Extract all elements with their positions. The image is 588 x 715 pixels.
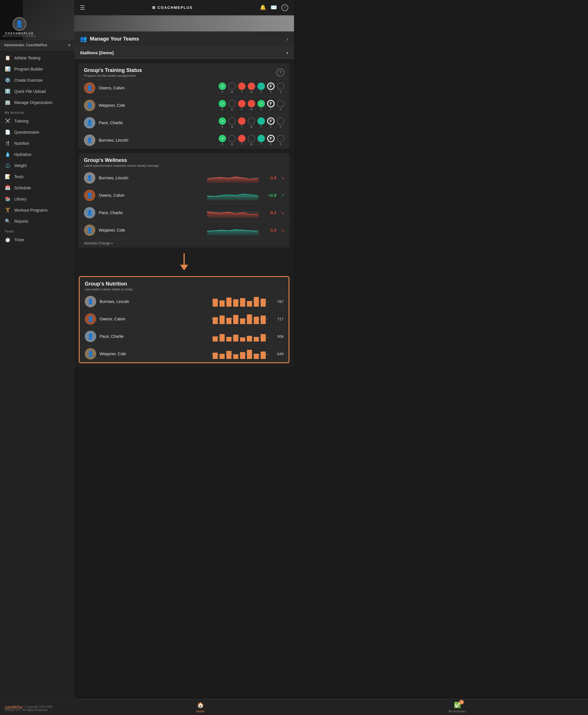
sidebar-item-athlete-testing[interactable]: 📋 Athlete Testing bbox=[0, 52, 74, 63]
sidebar-item-tests[interactable]: 📝 Tests bbox=[0, 171, 74, 182]
avatar-owens: 👤 bbox=[84, 82, 95, 94]
wellness-filter-arrow[interactable]: ▾ bbox=[111, 242, 113, 245]
sidebar-logo: 👤 COACHMEPLUS APPLIED SPORTS SCIENCE bbox=[3, 17, 36, 37]
athlete-name-burrows: Burrows, Lincoln bbox=[99, 138, 215, 142]
nutrition-card: Group's Nutrition Last week's caloric in… bbox=[79, 276, 290, 363]
day-t2-pace bbox=[257, 117, 265, 125]
wellness-name-burrows: Burrows, Lincoln bbox=[99, 176, 204, 180]
day-indicators-owens: ✓S M T W T FF S bbox=[219, 83, 284, 94]
nutrition-chart-burrows bbox=[211, 297, 269, 307]
sidebar-label-nutrition: Nutrition bbox=[14, 141, 29, 146]
day-m-weppner bbox=[228, 100, 236, 107]
svg-rect-22 bbox=[254, 317, 259, 324]
day-t2-burrows bbox=[257, 135, 265, 142]
day-w-burrows bbox=[248, 135, 255, 142]
svg-rect-35 bbox=[219, 354, 225, 359]
sidebar-item-quick-file-upload[interactable]: ⬆️ Quick File Upload bbox=[0, 86, 74, 97]
wellness-avatar-burrows: 👤 bbox=[84, 172, 95, 184]
svg-rect-26 bbox=[219, 334, 225, 342]
library-icon: 📚 bbox=[4, 196, 11, 202]
athlete-row-pace: 👤 Pace, Charlie ✓S M T W T FF S bbox=[79, 114, 290, 131]
svg-rect-27 bbox=[226, 337, 231, 342]
nutrition-row-pace: 👤 Pace, Charlie 509 bbox=[80, 328, 289, 345]
day-m-burrows bbox=[228, 135, 236, 142]
day-w-weppner bbox=[248, 100, 255, 107]
wellness-name-owens: Owens, Calvin bbox=[99, 193, 204, 198]
gear-icon: ⚙️ bbox=[4, 77, 11, 83]
svg-rect-10 bbox=[233, 299, 238, 307]
sidebar: 👤 COACHMEPLUS APPLIED SPORTS SCIENCE Adm… bbox=[0, 0, 74, 388]
sidebar-item-library[interactable]: 📚 Library bbox=[0, 193, 74, 204]
training-status-help[interactable]: ? bbox=[276, 68, 284, 77]
user-dropdown-arrow[interactable]: ▾ bbox=[68, 43, 70, 47]
nutrition-value-burrows: 787 bbox=[272, 300, 284, 304]
day-t2-owens bbox=[257, 83, 265, 90]
wellness-trend-weppner: ↘ bbox=[281, 228, 284, 232]
sidebar-item-questionnaire[interactable]: 📄 Questionnaire bbox=[0, 126, 74, 138]
help-circle-icon[interactable]: ? bbox=[281, 4, 288, 11]
team-dropdown-arrow[interactable]: ▾ bbox=[286, 50, 288, 55]
svg-rect-37 bbox=[233, 354, 238, 359]
sidebar-label-questionnaire: Questionnaire bbox=[14, 130, 39, 135]
sidebar-label-training: Training bbox=[14, 119, 28, 123]
content-area: Group's Training Status Progress for thi… bbox=[74, 59, 294, 368]
mail-icon[interactable]: ✉️ bbox=[271, 4, 277, 11]
bell-icon[interactable]: 🔔 bbox=[260, 4, 266, 11]
sidebar-item-program-builder[interactable]: 📊 Program Builder bbox=[0, 63, 74, 75]
sidebar-item-schedule[interactable]: 📅 Schedule bbox=[0, 182, 74, 193]
nutrition-name-pace: Pace, Charlie bbox=[100, 334, 208, 339]
sidebar-label-manage-organization: Manage Organization bbox=[14, 100, 52, 105]
nutrition-name-burrows: Burrows, Lincoln bbox=[100, 299, 208, 304]
manage-teams-arrow[interactable]: › bbox=[286, 36, 288, 42]
day-m-pace bbox=[228, 117, 236, 125]
wellness-chart-owens bbox=[207, 190, 259, 201]
nutrition-value-owens: 717 bbox=[272, 317, 284, 321]
nutrition-header: Group's Nutrition Last week's caloric in… bbox=[80, 277, 289, 293]
day-s2-pace bbox=[277, 117, 284, 125]
sidebar-item-manage-organization[interactable]: 🏢 Manage Organization bbox=[0, 97, 74, 108]
svg-rect-8 bbox=[219, 300, 225, 307]
nutrition-subtitle: Last week's caloric intake vs today bbox=[85, 288, 284, 291]
wellness-footer[interactable]: Absolute Change ▾ bbox=[79, 239, 290, 248]
svg-rect-11 bbox=[240, 298, 245, 307]
wellness-chart-weppner bbox=[207, 225, 259, 235]
nutrition-name-weppner: Weppner, Cole bbox=[100, 351, 208, 356]
day-indicators-weppner: ✓S M T W ✓T FF S bbox=[219, 100, 284, 111]
athlete-row-burrows: 👤 Burrows, Lincoln ✓S M T W T FF S bbox=[79, 131, 290, 149]
nutrition-name-owens: Owens, Calvin bbox=[100, 317, 208, 321]
nutrition-chart-owens bbox=[211, 314, 269, 324]
nutrition-avatar-owens: 👤 bbox=[85, 313, 96, 325]
sidebar-label-workout-programs: Workout Programs bbox=[14, 208, 47, 212]
sidebar-item-reports[interactable]: 🔍 Reports bbox=[0, 216, 74, 227]
hamburger-menu[interactable]: ☰ bbox=[80, 4, 85, 11]
test-icon: 📝 bbox=[4, 174, 11, 179]
wellness-title: Group's Wellness bbox=[84, 157, 284, 163]
sidebar-item-hydration[interactable]: 💧 Hydration bbox=[0, 149, 74, 160]
svg-marker-5 bbox=[180, 265, 188, 270]
wellness-name-pace: Pace, Charlie bbox=[99, 210, 204, 215]
clipboard-icon: 📋 bbox=[4, 55, 11, 61]
section-label-tools: Tools bbox=[0, 227, 74, 234]
manage-teams-banner[interactable]: 👥 Manage Your Teams › bbox=[74, 32, 294, 47]
sidebar-item-timer[interactable]: ⏱️ Timer bbox=[0, 234, 74, 245]
sidebar-item-nutrition[interactable]: 🍴 Nutrition bbox=[0, 138, 74, 149]
day-s2-owens bbox=[277, 83, 284, 90]
sidebar-item-workout-programs[interactable]: 🏋️ Workout Programs bbox=[0, 204, 74, 216]
sidebar-item-create-exercise[interactable]: ⚙️ Create Exercise bbox=[0, 75, 74, 86]
sidebar-item-weight[interactable]: ⚖️ Weight bbox=[0, 160, 74, 171]
scroll-content: 👥 Manage Your Teams › Stallions [Demo] ▾… bbox=[74, 32, 294, 388]
team-selector[interactable]: Stallions [Demo] ▾ bbox=[74, 47, 294, 59]
sidebar-item-training[interactable]: ⚔️ Training bbox=[0, 115, 74, 126]
scale-icon: ⚖️ bbox=[4, 163, 11, 168]
avatar-weppner: 👤 bbox=[84, 100, 95, 111]
wellness-row-weppner: 👤 Weppner, Cole -1.5 ↘ bbox=[79, 221, 290, 239]
day-t1-burrows bbox=[238, 135, 246, 142]
nutrition-avatar-weppner: 👤 bbox=[85, 348, 96, 360]
sidebar-label-weight: Weight bbox=[14, 163, 26, 168]
team-icon: 👥 bbox=[80, 35, 87, 42]
user-profile[interactable]: Administrator, CoachMePlus ▾ bbox=[0, 40, 74, 50]
sword-icon: ⚔️ bbox=[4, 118, 11, 124]
nutrition-row-weppner: 👤 Weppner, Cole 649 bbox=[80, 345, 289, 362]
sidebar-label-program-builder: Program Builder bbox=[14, 67, 43, 72]
training-status-header: Group's Training Status Progress for thi… bbox=[79, 63, 290, 79]
